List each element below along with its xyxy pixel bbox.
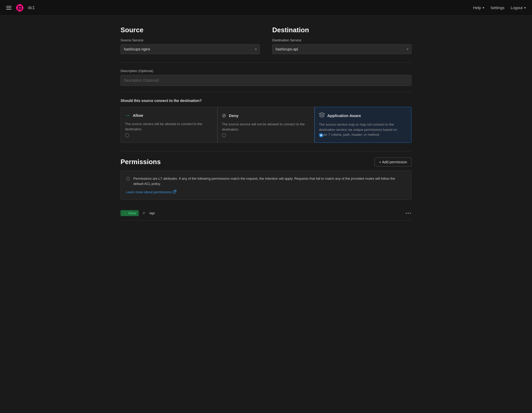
add-permission-button[interactable]: + Add permission (375, 158, 411, 166)
description-section: Description (Optional) (121, 69, 411, 86)
allow-radio-wrapper (125, 133, 129, 137)
permission-allow-arrow-icon: → (123, 211, 127, 215)
permissions-title: Permissions (121, 158, 161, 166)
permission-action-badge: → Allow (121, 210, 139, 216)
hamburger-menu-button[interactable] (6, 6, 11, 10)
svg-point-5 (16, 7, 18, 8)
help-nav-link[interactable]: Help (473, 5, 484, 10)
deny-radio-button[interactable] (222, 133, 226, 137)
external-link-icon (173, 190, 176, 194)
permission-list-item: → Allow P /api ••• (121, 206, 411, 221)
permission-more-options-button[interactable]: ••• (405, 211, 411, 216)
main-content: Source Source Service hashicups-nginx ha… (110, 16, 422, 231)
permissions-info-row: ⓘ Permissions are L7 attributes. If any … (126, 176, 406, 187)
allow-choice-header: → Allow (125, 112, 212, 118)
permission-action-label: Allow (128, 211, 136, 215)
source-title: Source (121, 26, 260, 34)
source-dest-row: Source Source Service hashicups-nginx ha… (121, 26, 411, 54)
navbar: dc1 Help Settings Logout (0, 0, 532, 16)
destination-title: Destination (272, 26, 411, 34)
learn-more-link[interactable]: Learn more about permissions (126, 190, 406, 194)
deny-choice-card[interactable]: ⊘ Deny The source service will not be al… (217, 107, 314, 143)
navbar-right: Help Settings Logout (473, 5, 526, 10)
settings-nav-link[interactable]: Settings (490, 5, 504, 10)
permissions-header: Permissions + Add permission (121, 158, 411, 166)
logo (16, 4, 24, 12)
allow-choice-card[interactable]: → Allow The source service will be allow… (121, 107, 217, 143)
destination-service-select[interactable]: hashicups-api hashicups-nginx hashicups-… (272, 44, 411, 54)
deny-choice-header: ⊘ Deny (222, 112, 309, 119)
connection-question: Should this source connect to the destin… (121, 99, 411, 103)
destination-section: Destination Destination Service hashicup… (272, 26, 411, 54)
deny-choice-desc: The source service will not be allowed t… (222, 122, 309, 132)
svg-point-2 (19, 7, 21, 9)
svg-point-4 (19, 10, 21, 11)
allow-radio-button[interactable] (125, 133, 129, 137)
application-aware-choice-title: Application Aware (327, 113, 361, 118)
source-field-label: Source Service (121, 38, 260, 42)
destination-select-wrapper: hashicups-api hashicups-nginx hashicups-… (272, 44, 411, 54)
deny-choice-title: Deny (229, 113, 238, 118)
application-aware-layers-icon (319, 112, 325, 119)
learn-more-label: Learn more about permissions (126, 190, 172, 194)
divider-1 (121, 62, 411, 63)
deny-radio-wrapper (222, 133, 226, 137)
svg-point-6 (22, 7, 23, 8)
description-input[interactable] (121, 75, 411, 86)
logout-nav-link[interactable]: Logout (511, 5, 526, 10)
allow-arrow-icon: → (125, 112, 130, 118)
allow-choice-title: Allow (133, 113, 143, 118)
description-label: Description (Optional) (121, 69, 411, 73)
permissions-info-box: ⓘ Permissions are L7 attributes. If any … (121, 171, 411, 200)
application-aware-radio-button[interactable] (319, 133, 323, 137)
allow-choice-desc: The source service will be allowed to co… (125, 121, 212, 132)
divider-3 (121, 151, 411, 151)
svg-point-3 (19, 4, 21, 6)
navbar-left: dc1 (6, 4, 35, 12)
divider-2 (121, 92, 411, 92)
destination-field-label: Destination Service (272, 38, 411, 42)
source-section: Source Source Service hashicups-nginx ha… (121, 26, 260, 54)
deny-circle-icon: ⊘ (222, 112, 226, 119)
application-aware-choice-card[interactable]: Application Aware The source service may… (315, 107, 411, 143)
application-aware-choice-header: Application Aware (319, 112, 406, 119)
source-service-select[interactable]: hashicups-nginx hashicups-api hashicups-… (121, 44, 260, 54)
permissions-info-text: Permissions are L7 attributes. If any of… (133, 176, 406, 187)
permission-path-prefix: P (143, 211, 145, 215)
permission-path-value: /api (149, 211, 155, 215)
choices-row: → Allow The source service will be allow… (121, 107, 411, 143)
consul-logo-icon (16, 4, 24, 12)
application-aware-choice-desc: The source service may or may not connec… (319, 122, 406, 137)
dc-label: dc1 (28, 5, 35, 10)
info-circle-icon: ⓘ (126, 176, 130, 182)
application-aware-radio-wrapper (319, 133, 323, 137)
source-select-wrapper: hashicups-nginx hashicups-api hashicups-… (121, 44, 260, 54)
